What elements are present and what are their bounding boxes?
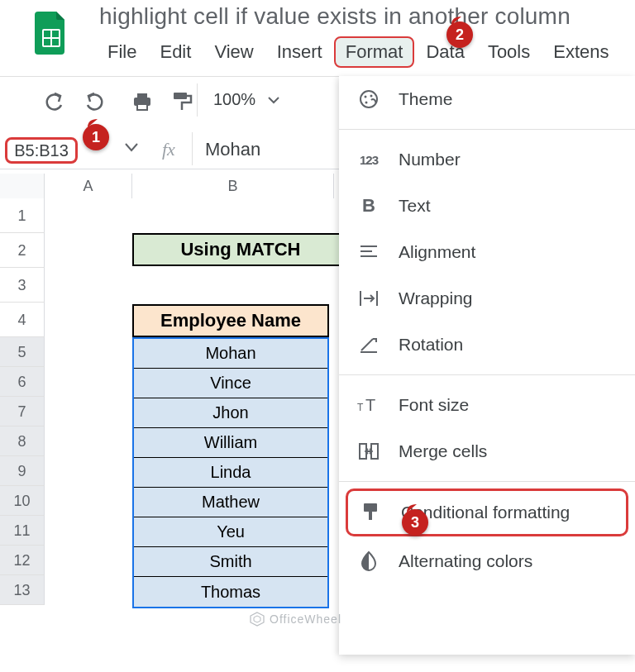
name-box-dropdown-icon[interactable] [124,142,139,154]
sheets-logo-icon [35,12,68,55]
table-row[interactable]: Jhon [134,398,327,428]
row-header-9[interactable]: 9 [0,456,45,486]
alignment-icon [357,241,380,264]
menu-item-conditional-formatting[interactable]: Conditional formatting [346,489,628,536]
table-row[interactable]: William [134,428,327,458]
menu-tools[interactable]: Tools [476,38,542,66]
menu-item-theme[interactable]: Theme [339,76,635,122]
svg-point-10 [365,102,368,104]
fx-label: fx [162,139,175,160]
conditional-formatting-icon [360,501,383,524]
name-box[interactable]: B5:B13 [5,137,78,164]
menu-view[interactable]: View [203,38,265,66]
paint-format-icon[interactable] [170,90,193,113]
toolbar-divider [197,83,198,117]
row-header-10[interactable]: 10 [0,486,45,516]
print-icon[interactable] [131,90,154,113]
row-header-2[interactable]: 2 [0,233,45,268]
menu-label: Wrapping [399,288,473,308]
menu-item-number[interactable]: 123 Number [339,136,635,183]
menu-label: Alternating colors [399,551,532,571]
menu-separator [339,481,635,482]
menu-format[interactable]: Format [334,36,415,68]
column-header-a[interactable]: A [45,174,132,198]
format-menu-dropdown: Theme 123 Number B Text Alignment Wrappi… [339,76,635,655]
menu-item-rotation[interactable]: Rotation [339,322,635,368]
number-icon: 123 [357,148,380,171]
wrapping-icon [357,287,380,310]
menu-label: Text [399,196,431,216]
badge-number: 2 [456,26,464,44]
row-header-11[interactable]: 11 [0,516,45,546]
table-header-employee-name: Employee Name [132,304,329,337]
svg-marker-23 [254,616,260,622]
menu-separator [339,374,635,375]
menu-item-mergecells[interactable]: Merge cells [339,428,635,474]
menubar: File Edit View Insert Format Data Tools … [96,36,621,68]
svg-rect-21 [364,503,377,512]
row-header-7[interactable]: 7 [0,397,45,427]
caret-down-icon [267,96,280,106]
menu-item-alternating-colors[interactable]: Alternating colors [339,538,635,584]
svg-rect-6 [174,93,187,99]
column-header-b[interactable]: B [132,174,334,198]
menu-item-alignment[interactable]: Alignment [339,229,635,275]
bold-icon: B [357,194,380,217]
name-box-value: B5:B13 [14,141,69,160]
undo-icon[interactable] [43,90,66,113]
menu-edit[interactable]: Edit [148,38,203,66]
table-row[interactable]: Yeu [134,517,327,547]
menu-extensions[interactable]: Extens [542,38,620,66]
row-headers: 1 2 3 4 5 6 7 8 9 10 11 12 13 [0,198,45,605]
palette-icon [357,88,380,111]
menu-label: Font size [399,395,469,415]
table-row[interactable]: Thomas [134,577,327,607]
section-banner: Using MATCH [132,233,347,266]
row-header-5[interactable]: 5 [0,337,45,367]
menu-label: Merge cells [399,441,487,461]
svg-rect-5 [137,104,147,110]
document-title[interactable]: highlight cell if value exists in anothe… [99,3,571,30]
menu-item-text[interactable]: B Text [339,183,635,229]
watermark: OfficeWheel [250,612,341,627]
fontsize-icon: TT [357,393,380,417]
svg-marker-22 [251,612,264,626]
badge-number: 3 [411,514,419,531]
row-header-6[interactable]: 6 [0,367,45,397]
row-header-12[interactable]: 12 [0,546,45,575]
row-header-8[interactable]: 8 [0,427,45,456]
menu-item-wrapping[interactable]: Wrapping [339,275,635,322]
watermark-text: OfficeWheel [270,612,341,626]
badge-number: 1 [92,129,100,146]
fx-divider [192,132,193,165]
menu-label: Rotation [399,335,463,355]
table-row[interactable]: Smith [134,547,327,577]
svg-point-8 [365,96,367,98]
svg-text:T: T [365,396,375,414]
table-row[interactable]: Vince [134,369,327,398]
table-row[interactable]: Mathew [134,488,327,517]
rotation-icon [357,333,380,356]
redo-icon[interactable] [83,90,106,113]
menu-insert[interactable]: Insert [265,38,334,66]
row-header-3[interactable]: 3 [0,268,45,303]
formula-bar[interactable]: Mohan [205,139,260,160]
selected-range[interactable]: Mohan Vince Jhon William Linda Mathew Ye… [132,337,329,608]
step-badge-1: 1 [83,124,109,150]
merge-icon [357,440,380,463]
row-header-4[interactable]: 4 [0,303,45,337]
select-all-corner[interactable] [0,174,45,198]
table-row[interactable]: Mohan [134,339,327,369]
row-header-1[interactable]: 1 [0,198,45,233]
zoom-level[interactable]: 100% [213,90,280,109]
svg-text:T: T [357,402,364,413]
step-badge-2: 2 [446,21,473,48]
menu-separator [339,129,635,130]
row-header-13[interactable]: 13 [0,575,45,605]
menu-label: Number [399,150,461,169]
svg-rect-4 [137,93,147,98]
svg-point-9 [370,95,373,98]
menu-item-fontsize[interactable]: TT Font size [339,382,635,428]
menu-file[interactable]: File [96,38,148,66]
table-row[interactable]: Linda [134,458,327,488]
